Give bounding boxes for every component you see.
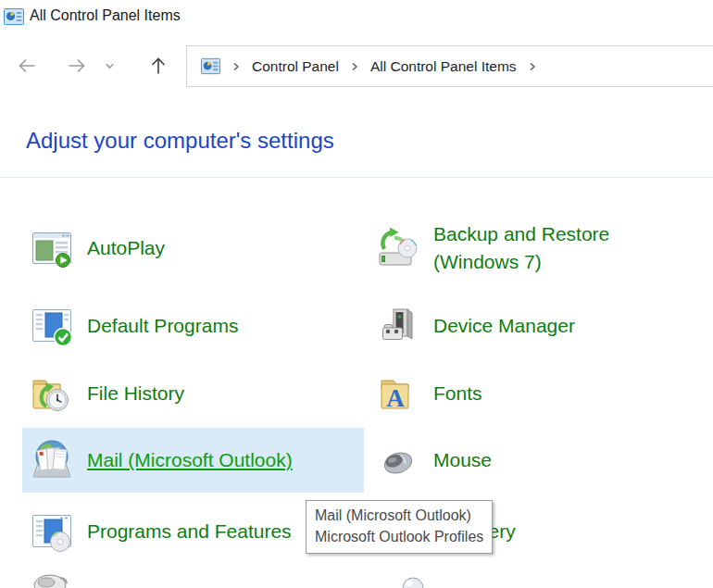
item-mouse[interactable]: Mouse bbox=[369, 428, 707, 493]
mouse-icon bbox=[376, 438, 420, 482]
page-title: Adjust your computer's settings bbox=[26, 128, 334, 154]
partial-item-icon[interactable] bbox=[391, 570, 435, 588]
breadcrumb-chevron-icon[interactable] bbox=[231, 61, 242, 72]
forward-arrow-icon bbox=[66, 55, 88, 77]
item-default-programs[interactable]: Default Programs bbox=[22, 294, 364, 358]
programs-and-features-icon bbox=[30, 509, 74, 554]
divider bbox=[0, 177, 713, 178]
breadcrumb-control-panel-icon[interactable] bbox=[201, 56, 220, 76]
item-label: Backup and Restore (Windows 7) bbox=[433, 220, 676, 277]
control-panel-window: All Control Panel Items bbox=[0, 0, 713, 588]
item-label: Device Manager bbox=[433, 312, 575, 340]
item-label: Fonts bbox=[433, 380, 482, 407]
title-bar: All Control Panel Items bbox=[0, 0, 713, 33]
item-label: Default Programs bbox=[87, 312, 238, 340]
item-autoplay[interactable]: AutoPlay bbox=[22, 216, 364, 281]
navigation-bar: Control Panel All Control Panel Items bbox=[0, 41, 713, 91]
file-history-icon bbox=[30, 371, 74, 416]
item-label: AutoPlay bbox=[87, 234, 165, 262]
item-label: Mouse bbox=[433, 446, 492, 474]
item-mail-microsoft-outlook[interactable]: Mail (Microsoft Outlook) bbox=[22, 428, 364, 493]
recent-locations-button[interactable] bbox=[98, 52, 120, 80]
breadcrumb-chevron-icon[interactable] bbox=[527, 61, 538, 72]
tooltip-line-1: Mail (Microsoft Outlook) bbox=[315, 505, 483, 526]
breadcrumb-chevron-icon[interactable] bbox=[349, 61, 360, 72]
item-label: Mail (Microsoft Outlook) bbox=[87, 446, 293, 474]
control-panel-icon bbox=[4, 6, 24, 27]
item-device-manager[interactable]: Device Manager bbox=[369, 294, 707, 358]
breadcrumb-segment-all-items[interactable]: All Control Panel Items bbox=[370, 58, 517, 75]
breadcrumb: Control Panel All Control Panel Items bbox=[186, 45, 713, 87]
partial-item-icon[interactable] bbox=[30, 570, 74, 588]
backup-and-restore-icon bbox=[376, 226, 420, 270]
forward-button[interactable] bbox=[61, 52, 93, 80]
item-file-history[interactable]: File History bbox=[22, 361, 364, 426]
item-label: File History bbox=[87, 380, 184, 407]
item-label: Programs and Features bbox=[87, 518, 292, 545]
mail-icon bbox=[30, 438, 74, 482]
breadcrumb-segment-control-panel[interactable]: Control Panel bbox=[252, 58, 339, 75]
tooltip-line-2: Microsoft Outlook Profiles bbox=[315, 526, 483, 547]
back-arrow-icon bbox=[16, 55, 38, 77]
autoplay-icon bbox=[30, 226, 74, 270]
svg-text:A: A bbox=[386, 384, 405, 412]
tooltip: Mail (Microsoft Outlook) Microsoft Outlo… bbox=[306, 500, 493, 554]
fonts-icon: A bbox=[376, 371, 420, 416]
back-button[interactable] bbox=[11, 52, 43, 80]
item-fonts[interactable]: A Fonts bbox=[369, 361, 707, 426]
window-title: All Control Panel Items bbox=[30, 7, 181, 24]
up-arrow-icon bbox=[147, 55, 169, 77]
default-programs-icon bbox=[30, 304, 74, 348]
up-button[interactable] bbox=[143, 52, 174, 80]
device-manager-icon bbox=[376, 304, 420, 348]
chevron-down-icon bbox=[104, 60, 116, 72]
item-backup-and-restore[interactable]: Backup and Restore (Windows 7) bbox=[369, 216, 707, 281]
